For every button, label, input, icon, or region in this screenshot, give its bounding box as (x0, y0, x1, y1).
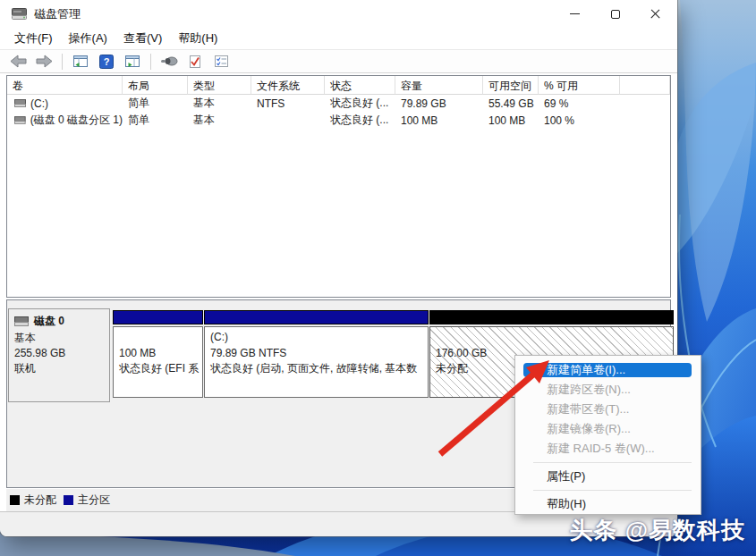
partition-c[interactable]: (C:) 79.89 GB NTFS 状态良好 (启动, 页面文件, 故障转储,… (204, 310, 429, 401)
menu-separator (533, 462, 692, 463)
volume-percentfree: 100 % (539, 114, 620, 127)
column-header-freespace[interactable]: 可用空间 (483, 76, 539, 95)
toolbar-separator (62, 54, 63, 70)
column-header-type[interactable]: 类型 (188, 76, 251, 95)
desktop-screen: 磁盘管理 文件(F) 操作(A) 查看(V) 帮助(H) (0, 0, 756, 556)
toolbar-separator (150, 54, 151, 70)
volume-icon (14, 116, 26, 124)
watermark-text: 头条 @易数科技 (569, 515, 745, 546)
show-action-pane-icon (124, 55, 140, 68)
volume-capacity: 100 MB (395, 114, 483, 127)
maximize-button[interactable] (595, 0, 635, 28)
column-header-layout[interactable]: 布局 (123, 76, 188, 95)
disk-status: 联机 (14, 361, 104, 376)
window-title: 磁盘管理 (34, 6, 81, 22)
show-console-tree-button[interactable] (70, 52, 91, 72)
minimize-button[interactable] (555, 0, 595, 28)
volume-percentfree: 69 % (539, 97, 620, 110)
column-header-filesystem[interactable]: 文件系统 (251, 76, 325, 95)
task-list-button[interactable] (210, 52, 232, 72)
column-header-capacity[interactable]: 容量 (395, 76, 483, 95)
help-icon: ? (99, 55, 114, 69)
volume-type: 基本 (188, 113, 251, 128)
forward-button[interactable] (33, 52, 55, 72)
minimize-icon (570, 13, 580, 14)
volume-capacity: 79.89 GB (395, 97, 483, 110)
partition-size: 79.89 GB NTFS (210, 346, 422, 362)
column-header-percentfree[interactable]: % 可用 (539, 76, 620, 95)
menu-item-new-striped-volume: 新建带区卷(T)... (515, 400, 701, 419)
menu-item-new-raid5-volume: 新建 RAID-5 卷(W)... (515, 439, 701, 459)
partition-color-bar (204, 310, 429, 324)
task-list-icon (214, 55, 229, 68)
disk-type: 基本 (14, 331, 104, 346)
menu-item-help[interactable]: 帮助(H) (515, 494, 701, 514)
partition-line (119, 330, 197, 346)
menu-file[interactable]: 文件(F) (6, 29, 61, 48)
toolbar: ? (0, 49, 677, 73)
menu-item-new-mirrored-volume: 新建镜像卷(R)... (515, 419, 701, 439)
volume-freespace: 55.49 GB (483, 97, 539, 110)
partition-status: 状态良好 (EFI 系 (119, 361, 197, 377)
forward-icon (36, 55, 53, 68)
menu-item-new-simple-volume[interactable]: 新建简单卷(I)... (523, 363, 692, 377)
partition-status: 状态良好 (启动, 页面文件, 故障转储, 基本数 (210, 361, 422, 377)
column-header-status[interactable]: 状态 (325, 76, 395, 95)
menu-item-new-spanned-volume: 新建跨区卷(N)... (515, 380, 701, 400)
volume-table-header: 卷 布局 类型 文件系统 状态 容量 可用空间 % 可用 (7, 76, 670, 95)
disk-name: 磁盘 0 (34, 314, 64, 329)
disk-size: 255.98 GB (14, 346, 104, 361)
legend-unallocated: 未分配 (10, 493, 56, 508)
column-header-volume[interactable]: 卷 (7, 76, 123, 95)
title-bar[interactable]: 磁盘管理 (0, 0, 677, 28)
legend-unallocated-swatch (10, 495, 20, 505)
volume-status: 状态良好 (... (325, 96, 395, 111)
column-header-blank (620, 76, 670, 95)
legend-primary-swatch (64, 495, 73, 505)
partition-line (436, 330, 667, 346)
disk-management-app-icon (12, 7, 27, 21)
commit-check-button[interactable] (184, 52, 206, 72)
maximize-icon (611, 10, 620, 19)
legend-unallocated-label: 未分配 (24, 493, 56, 508)
legend-primary-label: 主分区 (78, 493, 110, 508)
back-icon (10, 55, 27, 68)
partition-label: (C:) (210, 330, 422, 346)
menu-item-properties[interactable]: 属性(P) (515, 467, 701, 486)
rescan-disks-button[interactable] (158, 52, 180, 72)
volume-layout: 简单 (123, 96, 188, 111)
volume-layout: 简单 (123, 113, 188, 128)
menu-bar: 文件(F) 操作(A) 查看(V) 帮助(H) (0, 28, 677, 49)
close-icon (650, 8, 661, 20)
partition-color-bar (429, 310, 674, 324)
volume-filesystem: NTFS (251, 97, 325, 110)
menu-separator (533, 490, 692, 491)
volume-list-pane: 卷 布局 类型 文件系统 状态 容量 可用空间 % 可用 (C:) 简单 (6, 75, 671, 298)
volume-type: 基本 (188, 96, 251, 111)
back-button[interactable] (7, 52, 29, 72)
menu-action[interactable]: 操作(A) (61, 29, 115, 48)
volume-row-c[interactable]: (C:) 简单 基本 NTFS 状态良好 (... 79.89 GB 55.49… (7, 95, 670, 112)
volume-icon (14, 99, 26, 107)
show-action-pane-button[interactable] (122, 52, 143, 72)
close-button[interactable] (635, 0, 675, 28)
legend-primary: 主分区 (64, 493, 110, 508)
help-button[interactable]: ? (96, 52, 117, 72)
commit-check-icon (188, 55, 202, 69)
partition-efi[interactable]: 100 MB 状态良好 (EFI 系 (113, 310, 203, 401)
partition-size: 100 MB (119, 346, 197, 362)
context-menu: 新建简单卷(I)... 新建跨区卷(N)... 新建带区卷(T)... 新建镜像… (514, 355, 701, 515)
disk-icon (14, 316, 29, 326)
volume-name: (C:) (30, 97, 48, 110)
volume-status: 状态良好 (... (325, 113, 395, 128)
volume-name: (磁盘 0 磁盘分区 1) (30, 113, 123, 128)
show-console-tree-icon (72, 55, 89, 68)
svg-text:?: ? (104, 56, 110, 67)
rescan-disks-icon (160, 55, 178, 67)
volume-row-efi[interactable]: (磁盘 0 磁盘分区 1) 简单 基本 状态良好 (... 100 MB 100… (7, 112, 670, 129)
volume-freespace: 100 MB (483, 114, 539, 127)
partition-color-bar (113, 310, 203, 324)
menu-view[interactable]: 查看(V) (115, 29, 170, 48)
menu-help[interactable]: 帮助(H) (170, 29, 225, 48)
disk0-info-box[interactable]: 磁盘 0 基本 255.98 GB 联机 (8, 308, 110, 402)
